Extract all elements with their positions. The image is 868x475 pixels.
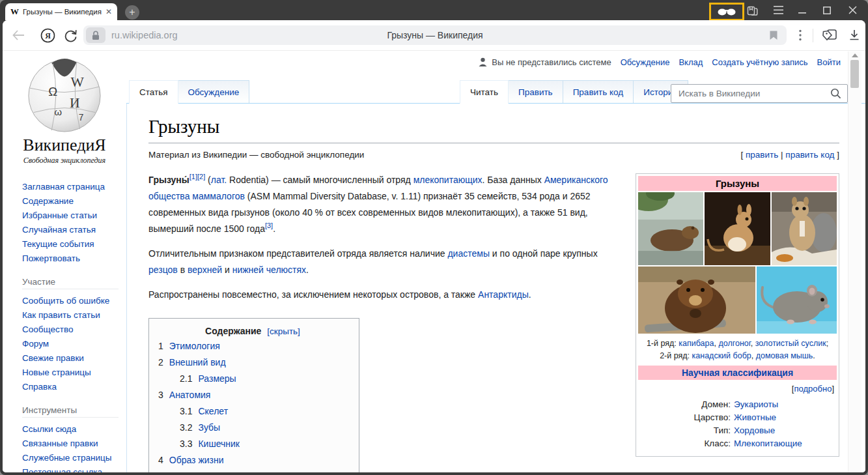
incognito-glasses-highlight[interactable] bbox=[709, 3, 744, 21]
toc-link[interactable]: Этимология bbox=[169, 341, 220, 351]
classification-detail: [подробно] bbox=[638, 380, 837, 397]
sidebar-link[interactable]: Служебные страницы bbox=[22, 451, 126, 465]
sidebar-link[interactable]: Текущие события bbox=[22, 237, 126, 252]
sidebar-link[interactable]: Пожертвовать bbox=[22, 252, 126, 266]
toc-item: 2.1Размеры bbox=[158, 371, 347, 387]
edit-source-link[interactable]: править код bbox=[785, 150, 834, 160]
reload-button[interactable] bbox=[64, 28, 77, 45]
more-actions-button[interactable] bbox=[798, 29, 802, 44]
article-link[interactable]: нижней челюстях bbox=[232, 265, 306, 275]
back-button[interactable] bbox=[12, 29, 25, 44]
sidebar-link[interactable]: Содержание bbox=[22, 194, 126, 209]
caption-link[interactable]: домовая мышь bbox=[756, 351, 813, 360]
scrollbar-up-arrow[interactable] bbox=[852, 53, 858, 57]
sidebar-link[interactable]: Ссылки сюда bbox=[22, 422, 126, 437]
wikipedia-logo[interactable]: W Ω И ω 7 ВикипедиЯ Свободная энциклопед… bbox=[3, 55, 126, 166]
sidebar-link[interactable]: Избранные статьи bbox=[22, 209, 126, 223]
article-link[interactable]: млекопитающих bbox=[413, 175, 483, 185]
toc-item: 3.2Зубы bbox=[158, 420, 347, 436]
springhare-photo[interactable] bbox=[705, 192, 770, 265]
caption-link[interactable]: долгоног bbox=[718, 339, 750, 348]
scrollbar-thumb[interactable] bbox=[850, 60, 859, 88]
svg-text:W: W bbox=[70, 74, 84, 90]
yandex-button[interactable]: Я bbox=[40, 28, 55, 46]
personal-link[interactable]: Обсуждение bbox=[621, 57, 670, 67]
reference: [3] bbox=[265, 222, 273, 229]
article-link[interactable]: диастемы bbox=[447, 248, 490, 259]
toc-link[interactable]: Питание bbox=[198, 471, 234, 472]
capybara-photo[interactable] bbox=[638, 192, 703, 265]
caption-link[interactable]: золотистый суслик bbox=[755, 339, 826, 348]
sidebar-link[interactable]: Сообщить об ошибке bbox=[22, 294, 126, 308]
search-icon[interactable] bbox=[830, 88, 841, 99]
view-tab[interactable]: Читать bbox=[460, 80, 509, 104]
url-text[interactable]: ru.wikipedia.org bbox=[111, 30, 178, 40]
toc-link[interactable]: Образ жизни bbox=[169, 455, 224, 465]
reference-link[interactable]: [2] bbox=[197, 173, 205, 180]
new-tab-button[interactable]: + bbox=[125, 5, 139, 20]
toc-hide-link[interactable]: [скрыть] bbox=[267, 326, 300, 336]
downloads-button[interactable] bbox=[848, 29, 861, 44]
sidebar-link[interactable]: Сообщество bbox=[22, 323, 126, 337]
toc-link[interactable]: Анатомия bbox=[169, 390, 211, 400]
namespace-tab[interactable]: Статья bbox=[129, 80, 178, 104]
side-panel-button[interactable] bbox=[745, 3, 759, 18]
sidebar-link[interactable]: Форум bbox=[22, 337, 126, 351]
tab-close-icon[interactable]: ✕ bbox=[105, 8, 112, 16]
sidebar-link[interactable]: Постоянная ссылка bbox=[22, 465, 126, 472]
sidebar-link[interactable]: Связанные правки bbox=[22, 437, 126, 451]
view-tab[interactable]: Править bbox=[508, 80, 563, 103]
wiki-search-box[interactable] bbox=[671, 84, 848, 103]
sidebar-link[interactable]: Справка bbox=[22, 380, 126, 394]
rank-value-link[interactable]: Эукариоты bbox=[734, 399, 778, 409]
article-title: Грызуны bbox=[148, 115, 839, 143]
rank-value-link[interactable]: Млекопитающие bbox=[734, 439, 802, 448]
bookmark-button[interactable] bbox=[770, 31, 777, 43]
sidebar-link[interactable]: Как править статьи bbox=[22, 308, 126, 323]
close-window-button[interactable] bbox=[848, 5, 858, 14]
sidebar-link[interactable]: Новые страницы bbox=[22, 366, 126, 380]
personal-link[interactable]: Вклад bbox=[679, 57, 703, 67]
browser-tab[interactable]: W Грызуны — Википедия ✕ bbox=[5, 3, 117, 20]
personal-link[interactable]: Войти bbox=[817, 57, 841, 67]
sidebar-link[interactable]: Заглавная страница bbox=[22, 180, 126, 194]
personal-link[interactable]: Создать учётную запись bbox=[712, 57, 807, 67]
toc-link[interactable]: Кишечник bbox=[198, 439, 240, 449]
article-content: Грызуны Материал из Википедии — свободно… bbox=[126, 104, 865, 472]
rank-label: Тип: bbox=[638, 424, 734, 437]
titlebar: W Грызуны — Википедия ✕ + bbox=[0, 0, 868, 20]
sidebar-link[interactable]: Случайная статья bbox=[22, 223, 126, 237]
article-link[interactable]: верхней bbox=[188, 265, 222, 275]
collections-button[interactable] bbox=[822, 28, 837, 45]
toc-link[interactable]: Размеры bbox=[198, 373, 236, 384]
rank-value-link[interactable]: Животные bbox=[734, 412, 776, 422]
edit-link[interactable]: править bbox=[746, 150, 778, 160]
article-link[interactable]: резцов bbox=[148, 265, 178, 275]
maximize-button[interactable] bbox=[822, 6, 832, 14]
page-scrollbar[interactable] bbox=[848, 51, 861, 472]
search-input[interactable] bbox=[677, 88, 830, 99]
house-mouse-photo[interactable] bbox=[757, 266, 837, 334]
rank-value-link[interactable]: Хордовые bbox=[734, 425, 775, 435]
security-chip[interactable] bbox=[86, 27, 105, 43]
toc-link[interactable]: Зубы bbox=[198, 422, 220, 433]
beaver-photo[interactable] bbox=[638, 266, 755, 334]
address-bar[interactable]: ru.wikipedia.org Грызуны — Википедия bbox=[83, 25, 787, 45]
view-tab[interactable]: Править код bbox=[563, 80, 634, 103]
ground-squirrel-photo[interactable] bbox=[772, 192, 837, 265]
reference-link[interactable]: [3] bbox=[265, 222, 273, 229]
sidebar-link[interactable]: Свежие правки bbox=[22, 351, 126, 366]
toc-link[interactable]: Внешний вид bbox=[169, 357, 226, 367]
namespace-tab[interactable]: Обсуждение bbox=[178, 80, 250, 103]
minimize-button[interactable] bbox=[797, 5, 807, 15]
detail-link[interactable]: подробно bbox=[794, 384, 832, 394]
article-link[interactable]: лат. bbox=[211, 175, 227, 185]
toc-link[interactable]: Скелет bbox=[198, 406, 228, 416]
caption-link[interactable]: канадский бобр bbox=[692, 351, 751, 360]
browser-menu-button[interactable] bbox=[772, 5, 784, 15]
classification-header-link[interactable]: Научная классификация bbox=[682, 367, 793, 378]
panels-icon bbox=[746, 5, 759, 17]
reference-link[interactable]: [1] bbox=[189, 173, 197, 180]
article-link[interactable]: Антарктиды bbox=[478, 289, 529, 300]
caption-link[interactable]: капибара bbox=[679, 339, 714, 348]
